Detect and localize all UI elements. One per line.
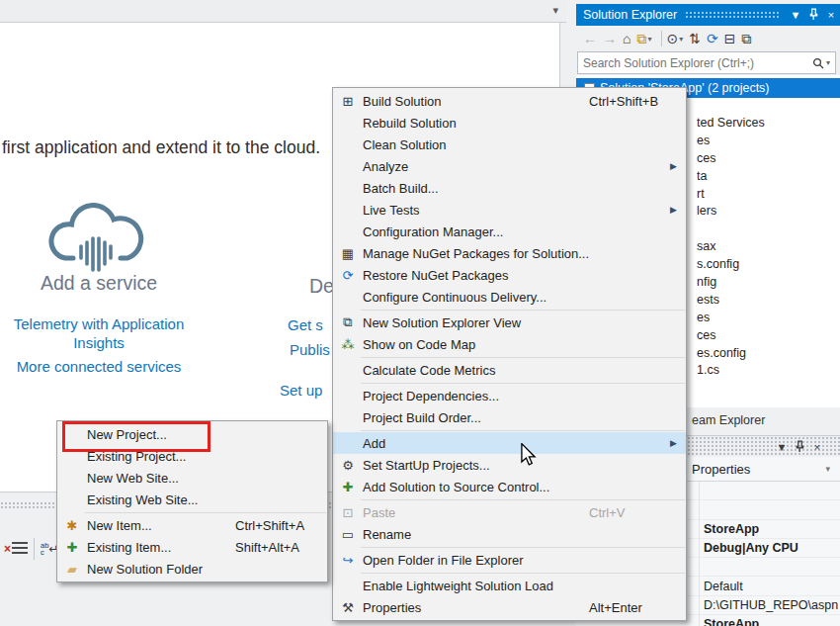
window-position-dropdown-icon[interactable]: ▼: [787, 9, 804, 21]
menu-item-rebuild-solution[interactable]: Rebuild Solution ▶: [333, 112, 686, 134]
link-telemetry-application-insights[interactable]: Telemetry with Application Insights: [0, 314, 203, 352]
menu-item-manage-nuget-packages[interactable]: ▦ Manage NuGet Packages for Solution... …: [333, 242, 686, 264]
menu-separator: [85, 512, 326, 513]
menu-item-add-solution-to-source-control[interactable]: ✚ Add Solution to Source Control... ▶: [333, 476, 686, 497]
menu-separator: [361, 547, 685, 548]
home-icon[interactable]: ⌂▾: [623, 31, 630, 46]
link-more-connected-services[interactable]: More connected services: [0, 357, 203, 376]
search-options-caret-icon[interactable]: ▾: [826, 58, 830, 67]
menu-separator: [361, 383, 685, 384]
document-well-strip: ▾: [0, 0, 566, 23]
chevron-down-icon: ▾: [825, 464, 830, 474]
submenu-arrow-icon: ▶: [670, 205, 677, 215]
menu-item-open-folder-in-file-explorer[interactable]: ↪ Open Folder in File Explorer ▶: [333, 549, 686, 571]
menu-item-clean-solution[interactable]: Clean Solution ▶: [333, 134, 686, 155]
solution-context-menu: ⊞ Build Solution Ctrl+Shift+B ▶ Rebuild …: [332, 87, 687, 621]
menu-item-build-solution[interactable]: ⊞ Build Solution Ctrl+Shift+B ▶: [333, 90, 686, 112]
cloud-service-icon: [38, 193, 160, 284]
menu-item-calculate-code-metrics[interactable]: Calculate Code Metrics ▶: [333, 359, 686, 381]
menu-item-set-startup-projects[interactable]: ⚙ Set StartUp Projects... ▶: [333, 454, 686, 476]
search-input[interactable]: [578, 56, 812, 70]
window-position-dropdown-icon[interactable]: ▼: [773, 441, 791, 453]
grid-column-divider[interactable]: [699, 482, 700, 626]
menu-item-project-dependencies[interactable]: Project Dependencies... ▶: [333, 385, 686, 406]
menu-separator: [361, 310, 685, 311]
solution-explorer-toolbar: ←▾ →▾ ⌂▾ ⧉▾ ⊙▾ ⇅▾ ⟳▾ ⊟▾ ⧉▾: [576, 26, 840, 51]
properties-pages-icon[interactable]: ⧉▾: [741, 31, 751, 47]
start-page-tagline: first application and extend it to the c…: [2, 137, 320, 158]
menu-item-paste[interactable]: ⊡ Paste Ctrl+V ▶: [333, 501, 686, 523]
search-icon[interactable]: [812, 57, 824, 69]
menu-separator: [361, 357, 685, 358]
menu-item-existing-item[interactable]: ✚ Existing Item... Shift+Alt+A ▶: [57, 536, 327, 558]
mouse-cursor: [520, 443, 537, 472]
output-lines-icon[interactable]: [12, 542, 28, 556]
close-icon[interactable]: ×: [822, 9, 840, 21]
close-icon[interactable]: ×: [808, 441, 826, 453]
menu-item-new-item[interactable]: ✱ New Item... Ctrl+Shift+A ▶: [57, 514, 327, 536]
menu-item-configure-continuous-delivery[interactable]: Configure Continuous Delivery... ▶: [333, 286, 686, 308]
solution-explorer-title: Solution Explorer: [583, 8, 677, 22]
forward-icon[interactable]: →▾: [603, 31, 617, 46]
annotation-highlight-box: [62, 421, 210, 452]
menu-separator: [361, 573, 685, 574]
menu-item-enable-lightweight-solution-load[interactable]: Enable Lightweight Solution Load ▶: [333, 575, 686, 596]
submenu-arrow-icon: ▶: [670, 438, 677, 448]
titlebar-grip-texture: [685, 11, 779, 20]
menu-item-new-web-site[interactable]: New Web Site... ▶: [57, 467, 327, 489]
menu-item-new-solution-explorer-view[interactable]: ⧉ New Solution Explorer View ▶: [333, 312, 686, 333]
toolbar-separator: [34, 538, 35, 560]
pin-icon[interactable]: [791, 440, 808, 455]
solution-explorer-search: ▾: [577, 51, 836, 74]
add-a-service-label[interactable]: Add a service: [0, 272, 198, 295]
menu-item-project-build-order[interactable]: Project Build Order... ▶: [333, 406, 686, 428]
menu-item-rename[interactable]: ▭ Rename ▶: [333, 523, 686, 545]
menu-item-analyze[interactable]: Analyze ▶: [333, 155, 686, 177]
menu-item-properties[interactable]: ⚒ Properties Alt+Enter ▶: [333, 596, 686, 618]
menu-item-configuration-manager[interactable]: Configuration Manager... ▶: [333, 221, 686, 242]
error-list-icon[interactable]: ×: [4, 542, 11, 556]
sync-with-active-document-icon[interactable]: ⇅▾: [689, 31, 701, 46]
switch-views-icon[interactable]: ⧉▾: [636, 31, 651, 47]
menu-item-new-solution-folder[interactable]: ▰ New Solution Folder ▶: [57, 558, 327, 580]
menu-item-show-on-code-map[interactable]: ⁂ Show on Code Map ▶: [333, 333, 686, 355]
menu-item-restore-nuget-packages[interactable]: ⟳ Restore NuGet Packages ▶: [333, 264, 686, 286]
document-well-dropdown-icon[interactable]: ▾: [552, 4, 558, 17]
tab-team-explorer[interactable]: eam Explorer: [692, 413, 765, 427]
menu-item-batch-build[interactable]: Batch Build... ▶: [333, 177, 686, 199]
word-wrap-icon[interactable]: abc: [41, 542, 48, 556]
pending-changes-filter-icon[interactable]: ⊙▾: [657, 31, 683, 46]
refresh-icon[interactable]: ⟳▾: [707, 31, 718, 46]
back-icon[interactable]: ←▾: [583, 31, 597, 46]
menu-item-add[interactable]: Add ▶: [333, 432, 686, 454]
pin-icon[interactable]: [804, 8, 822, 23]
menu-separator: [361, 499, 685, 500]
menu-separator: [361, 430, 685, 431]
submenu-arrow-icon: ▶: [670, 161, 677, 171]
properties-combo-value: Properties: [692, 462, 750, 477]
solution-explorer-titlebar[interactable]: Solution Explorer ▼ ×: [576, 4, 840, 26]
menu-item-existing-web-site[interactable]: Existing Web Site... ▶: [57, 489, 327, 510]
menu-item-live-tests[interactable]: Live Tests ▶: [333, 199, 686, 221]
collapse-all-icon[interactable]: ⊟▾: [724, 31, 736, 46]
